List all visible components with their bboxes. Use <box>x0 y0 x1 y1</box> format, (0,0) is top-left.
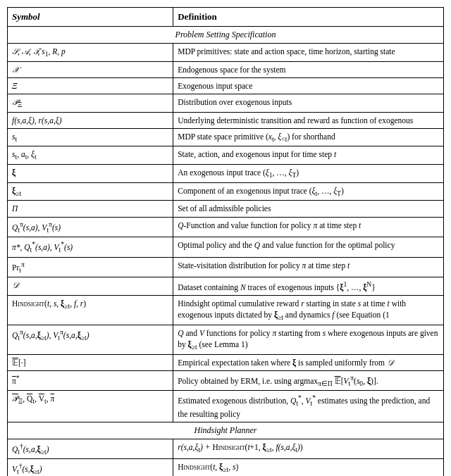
header-symbol: Symbol <box>8 8 173 27</box>
def-cell: Estimated exogenous distribution, Qt*, V… <box>173 391 444 422</box>
symbol-cell: Vt†(s,ξ≥t) <box>8 459 173 476</box>
def-cell: Endogenous space for the system <box>173 61 444 77</box>
section-header-problem: Problem Setting Specification <box>8 27 444 44</box>
table-row: Prtπ State-visitation distribution for p… <box>8 257 444 277</box>
header-definition: Definition <box>173 8 444 27</box>
def-cell: Q and V functions for policy π starting … <box>173 325 444 354</box>
symbol-cell: π* <box>8 370 173 391</box>
def-cell: Hindsight optimal cumulative reward r st… <box>173 296 444 325</box>
notation-table: Symbol Definition Problem Setting Specif… <box>7 7 444 476</box>
table-row: 𝒫Ξ, Qt, Vt, π Estimated exogenous distri… <box>8 391 444 422</box>
def-cell: Empirical expectation taken where ξ is s… <box>173 354 444 370</box>
table-row: 𝔼[·] Empirical expectation taken where ξ… <box>8 354 444 370</box>
def-cell: Component of an exogenous input trace (ξ… <box>173 182 444 201</box>
table-row: π*, Qt*(s,a), Vt*(s) Optimal policy and … <box>8 237 444 258</box>
def-cell: Policy obtained by ERM, i.e. using argma… <box>173 370 444 391</box>
section-label-problem: Problem Setting Specification <box>8 27 444 44</box>
def-cell: Optimal policy and the Q and value funct… <box>173 237 444 258</box>
table-row: Ξ Exogenous input space <box>8 77 444 94</box>
def-cell: State-visitation distribution for policy… <box>173 257 444 277</box>
symbol-cell: Hindsight(t, s, ξ≥t, f, r) <box>8 296 173 325</box>
table-row: Hindsight(t, s, ξ≥t, f, r) Hindsight opt… <box>8 296 444 325</box>
def-cell: An exogenous input trace (ξ1, …, ξT) <box>173 165 444 183</box>
symbol-cell: Qtπ(s,a,ξ≥t), Vtπ(s,a,ξ≥t) <box>8 325 173 354</box>
symbol-cell: 𝒫Ξ, Qt, Vt, π <box>8 391 173 422</box>
symbol-cell: st <box>8 128 173 146</box>
def-cell: Underlying deterministic transition and … <box>173 112 444 128</box>
symbol-cell: ξ≥t <box>8 182 173 201</box>
def-cell: Q-Function and value function for policy… <box>173 217 444 237</box>
table-row: Qtπ(s,a,ξ≥t), Vtπ(s,a,ξ≥t) Q and V funct… <box>8 325 444 354</box>
main-table-container: Symbol Definition Problem Setting Specif… <box>7 7 444 476</box>
def-cell: MDP primitives: state and action space, … <box>173 43 444 61</box>
def-cell: Distribution over exogenous inputs <box>173 94 444 112</box>
table-row: st, at, ξt State, action, and exogenous … <box>8 146 444 165</box>
table-row: ξ An exogenous input trace (ξ1, …, ξT) <box>8 165 444 183</box>
symbol-cell: Ξ <box>8 77 173 94</box>
def-cell: Set of all admissible policies <box>173 201 444 217</box>
table-row: ξ≥t Component of an exogenous input trac… <box>8 182 444 201</box>
table-row: π* Policy obtained by ERM, i.e. using ar… <box>8 370 444 391</box>
def-cell: Exogenous input space <box>173 77 444 94</box>
table-row: 𝒫Ξ Distribution over exogenous inputs <box>8 94 444 112</box>
def-cell: State, action, and exogenous input for t… <box>173 146 444 165</box>
def-cell: Hindsight(t, ξ≥t, s) <box>173 459 444 476</box>
def-cell: MDP state space primitive (xt, ξ<t) for … <box>173 128 444 146</box>
table-row: Qt†(s,a,ξ≥t) r(s,a,ξt) + Hindsight(t+1, … <box>8 439 444 459</box>
table-row: Qtπ(s,a), Vtπ(s) Q-Function and value fu… <box>8 217 444 237</box>
table-row: st MDP state space primitive (xt, ξ<t) f… <box>8 128 444 146</box>
symbol-cell: 𝒫Ξ <box>8 94 173 112</box>
symbol-cell: 𝔼[·] <box>8 354 173 370</box>
symbol-cell: 𝒟 <box>8 277 173 296</box>
def-cell: Dataset containing N traces of exogenous… <box>173 277 444 296</box>
table-row: Vt†(s,ξ≥t) Hindsight(t, ξ≥t, s) <box>8 459 444 476</box>
table-row: 𝒟 Dataset containing N traces of exogeno… <box>8 277 444 296</box>
section-header-hindsight: Hindsight Planner <box>8 422 444 439</box>
symbol-cell: st, at, ξt <box>8 146 173 165</box>
symbol-cell: Qt†(s,a,ξ≥t) <box>8 439 173 459</box>
symbol-cell: f(s,a,ξ), r(s,a,ξ) <box>8 112 173 128</box>
table-row: f(s,a,ξ), r(s,a,ξ) Underlying determinis… <box>8 112 444 128</box>
symbol-cell: π*, Qt*(s,a), Vt*(s) <box>8 237 173 258</box>
symbol-cell: Qtπ(s,a), Vtπ(s) <box>8 217 173 237</box>
table-row: 𝒳 Endogenous space for the system <box>8 61 444 77</box>
table-row: 𝒮, 𝒜, 𝒯, s1, R, p MDP primitives: state … <box>8 43 444 61</box>
symbol-cell: Π <box>8 201 173 217</box>
table-row: Π Set of all admissible policies <box>8 201 444 217</box>
symbol-cell: 𝒳 <box>8 61 173 77</box>
symbol-cell: 𝒮, 𝒜, 𝒯, s1, R, p <box>8 43 173 61</box>
symbol-cell: Prtπ <box>8 257 173 277</box>
def-cell: r(s,a,ξt) + Hindsight(t+1, ξ≥t, f(s,a,ξt… <box>173 439 444 459</box>
section-label-hindsight: Hindsight Planner <box>8 422 444 439</box>
symbol-cell: ξ <box>8 165 173 183</box>
